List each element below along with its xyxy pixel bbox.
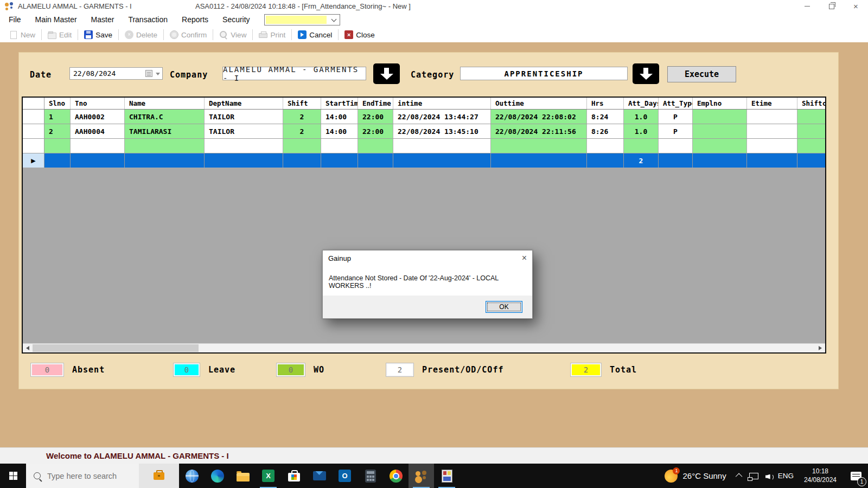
taskbar-search[interactable] (26, 464, 179, 488)
taskbar-icon-mail[interactable] (307, 464, 332, 488)
grid-cell[interactable]: 1.0 (624, 124, 659, 138)
category-dropdown-button[interactable] (633, 63, 659, 84)
clock[interactable]: 10:18 24/08/2024 (801, 467, 840, 484)
confirm-button[interactable]: Confirm (165, 28, 212, 41)
grid-total-cell[interactable] (283, 153, 321, 168)
grid-header-cell[interactable]: Shiftco (797, 98, 826, 109)
network-icon[interactable] (749, 473, 758, 479)
restore-button[interactable] (819, 0, 844, 12)
grid-cell[interactable] (587, 139, 624, 153)
grid-header-cell[interactable]: DeptName (205, 98, 283, 109)
grid-cell[interactable]: P (659, 110, 693, 124)
notification-center-button[interactable]: 1 (844, 464, 868, 488)
grid-cell[interactable] (491, 139, 587, 153)
grid-total-cell[interactable] (205, 153, 283, 168)
date-input[interactable]: 22/08/2024 (69, 67, 163, 80)
table-row[interactable]: 2AAH0004TAMILARASITAILOR214:0022:0022/08… (23, 124, 825, 139)
grid-cell[interactable] (283, 139, 321, 153)
calendar-icon[interactable] (145, 70, 152, 77)
company-field[interactable]: ALAMELU AMMAL - GARMENTS - I (222, 67, 366, 80)
grid-total-cell[interactable] (393, 153, 491, 168)
grid-cell[interactable] (797, 139, 826, 153)
grid-cell[interactable]: 22/08/2024 22:11:56 (491, 124, 587, 138)
grid-cell[interactable]: 8:24 (587, 110, 624, 124)
grid-total-cell[interactable] (747, 153, 797, 168)
taskbar-icon-internet[interactable] (179, 464, 205, 488)
grid-cell[interactable]: 2 (44, 124, 71, 138)
menu-combobox[interactable] (264, 14, 340, 25)
h-scrollbar-thumb[interactable] (33, 344, 199, 352)
taskbar-icon-excel[interactable]: X (256, 464, 281, 488)
grid-cell[interactable]: 22/08/2024 22:08:02 (491, 110, 587, 124)
grid-header-cell[interactable]: Emplno (693, 98, 747, 109)
ok-button[interactable]: OK (486, 301, 522, 313)
dialog-close-icon[interactable]: × (522, 254, 527, 262)
grid-cell[interactable] (321, 139, 358, 153)
grid-cell[interactable]: 22:00 (358, 124, 393, 138)
start-button[interactable] (0, 464, 26, 488)
grid-cell[interactable] (358, 139, 393, 153)
grid-cell[interactable]: CHITRA.C (125, 110, 205, 124)
tray-chevron-up-icon[interactable] (735, 473, 742, 480)
grid-total-cell[interactable] (125, 153, 205, 168)
menu-item-file[interactable]: File (0, 12, 28, 27)
menu-item-reports[interactable]: Reports (175, 12, 215, 27)
grid-header-cell[interactable]: Tno (71, 98, 125, 109)
grid-cell[interactable] (659, 139, 693, 153)
menu-item-transaction[interactable]: Transaction (121, 12, 175, 27)
scroll-right-icon[interactable] (819, 346, 822, 350)
save-button[interactable]: Save (79, 28, 117, 41)
grid-header-cell[interactable]: intime (393, 98, 491, 109)
grid-cell[interactable] (205, 139, 283, 153)
grid-total-cell[interactable] (797, 153, 826, 168)
grid-cell[interactable] (693, 124, 747, 138)
grid-cell[interactable]: TAMILARASI (125, 124, 205, 138)
grid-total-row[interactable]: ▶2 (23, 153, 825, 168)
grid-cell[interactable] (71, 139, 125, 153)
taskbar-icon-store[interactable] (281, 464, 307, 488)
grid-cell[interactable] (747, 124, 797, 138)
menu-item-master[interactable]: Master (84, 12, 122, 27)
grid-total-cell[interactable] (71, 153, 125, 168)
grid-cell[interactable]: 1.0 (624, 110, 659, 124)
execute-button[interactable]: Execute (667, 66, 736, 82)
grid-cell[interactable]: 2 (283, 124, 321, 138)
table-row[interactable] (23, 139, 825, 153)
taskbar-icon-edge[interactable] (205, 464, 230, 488)
grid-total-cell[interactable] (44, 153, 71, 168)
grid-total-cell[interactable] (693, 153, 747, 168)
weather-widget[interactable]: 1 26°C Sunny (658, 464, 732, 488)
grid-total-cell[interactable] (659, 153, 693, 168)
close-button[interactable]: Close (340, 28, 380, 41)
grid-cell[interactable] (125, 139, 205, 153)
grid-cell[interactable] (624, 139, 659, 153)
grid-header-cell[interactable]: Name (125, 98, 205, 109)
delete-button[interactable]: Delete (120, 28, 162, 41)
new-button[interactable]: New (4, 28, 40, 41)
grid-cell[interactable]: 8:26 (587, 124, 624, 138)
taskbar-icon-explorer[interactable] (230, 464, 256, 488)
close-window-button[interactable]: × (844, 0, 868, 12)
grid-cell[interactable]: 14:00 (321, 110, 358, 124)
grid-total-cell[interactable] (321, 153, 358, 168)
row-selector-cell[interactable] (23, 139, 44, 153)
grid-cell[interactable] (797, 124, 826, 138)
grid-cell[interactable]: TAILOR (205, 110, 283, 124)
grid-cell[interactable] (393, 139, 491, 153)
cancel-button[interactable]: Cancel (293, 28, 337, 41)
grid-cell[interactable] (747, 110, 797, 124)
grid-total-cell[interactable] (587, 153, 624, 168)
grid-cell[interactable]: 14:00 (321, 124, 358, 138)
date-caret-icon[interactable] (156, 73, 160, 75)
grid-header-cell[interactable]: Slno (44, 98, 71, 109)
briefcase-button[interactable] (139, 464, 179, 488)
table-row[interactable]: 1AAH0002CHITRA.CTAILOR214:0022:0022/08/2… (23, 110, 825, 124)
grid-cell[interactable] (44, 139, 71, 153)
company-dropdown-button[interactable] (373, 63, 400, 84)
grid-header-cell[interactable]: Att_Days (624, 98, 659, 109)
grid-header-cell[interactable]: Hrs (587, 98, 624, 109)
language-indicator[interactable]: ENG (778, 472, 794, 480)
grid-cell[interactable]: AAH0004 (71, 124, 125, 138)
taskbar-icon-chrome[interactable] (383, 464, 409, 488)
row-selector-cell[interactable] (23, 124, 44, 138)
